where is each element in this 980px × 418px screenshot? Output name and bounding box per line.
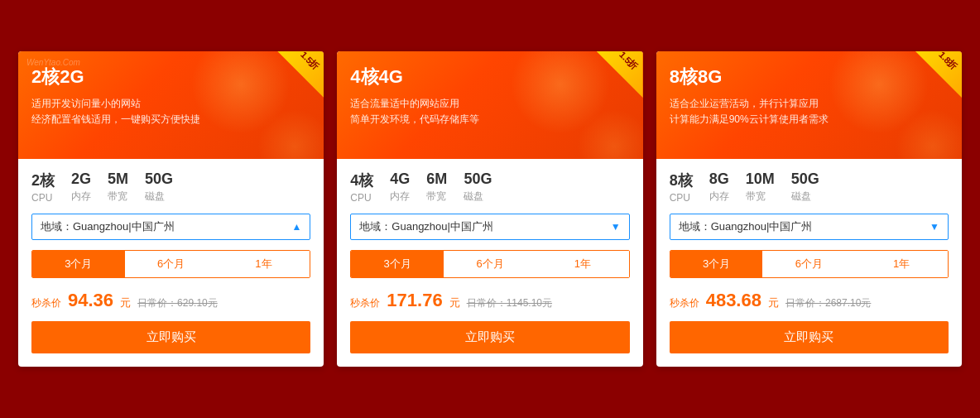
- spec-label: 内存: [709, 190, 729, 204]
- chevron-icon: ▲: [291, 221, 301, 233]
- period-btn-1[interactable]: 6个月: [444, 251, 536, 277]
- spec-item-2: 10M带宽: [746, 171, 775, 204]
- buy-button[interactable]: 立即购买: [670, 321, 949, 353]
- specs-row: 8核CPU8G内存10M带宽50G磁盘: [670, 171, 949, 204]
- spec-item-0: 2核CPU: [31, 171, 55, 204]
- price-original: 日常价：1145.10元: [467, 296, 552, 310]
- price-value: 483.68: [706, 290, 761, 311]
- period-btn-2[interactable]: 1年: [218, 251, 310, 277]
- chevron-icon: ▼: [930, 221, 939, 233]
- price-label: 秒杀价: [350, 296, 380, 310]
- spec-label: 磁盘: [145, 190, 173, 204]
- price-unit: 元: [449, 295, 460, 310]
- spec-value: 4G: [390, 171, 410, 188]
- period-btn-0[interactable]: 3个月: [351, 251, 444, 277]
- spec-value: 50G: [145, 171, 173, 188]
- period-btn-2[interactable]: 1年: [536, 251, 629, 277]
- price-label: 秒杀价: [31, 296, 61, 310]
- spec-item-1: 8G内存: [709, 171, 729, 204]
- price-row: 秒杀价483.68元日常价：2687.10元: [670, 290, 949, 311]
- specs-row: 2核CPU2G内存5M带宽50G磁盘: [31, 171, 310, 204]
- price-value: 171.76: [387, 290, 442, 311]
- card-desc-line2: 计算能力满足90%云计算使用者需求: [670, 112, 949, 127]
- period-btn-1[interactable]: 6个月: [762, 251, 855, 277]
- price-label: 秒杀价: [670, 296, 699, 310]
- period-row: 3个月6个月1年: [350, 250, 629, 278]
- spec-label: 带宽: [426, 190, 447, 204]
- card-title: 4核4G: [350, 65, 629, 89]
- spec-item-1: 4G内存: [390, 171, 410, 204]
- spec-label: 磁盘: [791, 190, 819, 204]
- price-original: 日常价：629.10元: [137, 296, 218, 310]
- buy-button[interactable]: 立即购买: [31, 321, 310, 353]
- spec-label: 带宽: [746, 190, 775, 204]
- card-desc-line1: 适合企业运营活动，并行计算应用: [670, 96, 949, 112]
- card-1: WenYtao.Com1.5折2核2G适用开发访问量小的网站经济配置省钱适用，一…: [18, 51, 324, 367]
- spec-label: 磁盘: [464, 190, 492, 204]
- period-row: 3个月6个月1年: [670, 250, 949, 278]
- chevron-icon: ▼: [611, 221, 621, 233]
- spec-label: 带宽: [108, 190, 128, 204]
- price-row: 秒杀价94.36元日常价：629.10元: [31, 290, 310, 311]
- spec-value: 2G: [71, 171, 91, 188]
- spec-value: 50G: [464, 171, 492, 188]
- region-label: 地域：Guangzhou|中国广州: [41, 219, 175, 234]
- price-original: 日常价：2687.10元: [785, 296, 871, 310]
- card-desc-line2: 经济配置省钱适用，一键购买方便快捷: [31, 112, 310, 127]
- card-desc-line1: 适合流量适中的网站应用: [350, 96, 629, 112]
- spec-value: 6M: [426, 171, 447, 188]
- spec-label: CPU: [31, 192, 55, 204]
- spec-value: 8核: [670, 171, 693, 190]
- period-btn-0[interactable]: 3个月: [670, 251, 763, 277]
- spec-label: 内存: [71, 190, 91, 204]
- spec-label: 内存: [390, 190, 410, 204]
- period-btn-2[interactable]: 1年: [855, 251, 948, 277]
- card-2: 1.5折4核4G适合流量适中的网站应用简单开发环境，代码存储库等4核CPU4G内…: [337, 51, 642, 367]
- cards-container: WenYtao.Com1.5折2核2G适用开发访问量小的网站经济配置省钱适用，一…: [18, 51, 962, 367]
- region-label: 地域：Guangzhou|中国广州: [359, 219, 493, 234]
- spec-label: CPU: [350, 192, 373, 204]
- spec-label: CPU: [670, 192, 693, 204]
- price-unit: 元: [120, 295, 131, 310]
- spec-value: 8G: [709, 171, 729, 188]
- spec-item-3: 50G磁盘: [145, 171, 173, 204]
- card-title: 2核2G: [31, 65, 310, 89]
- card-3: 1.8折8核8G适合企业运营活动，并行计算应用计算能力满足90%云计算使用者需求…: [656, 51, 962, 367]
- spec-value: 10M: [746, 171, 775, 188]
- price-value: 94.36: [68, 290, 113, 311]
- spec-item-1: 2G内存: [71, 171, 91, 204]
- spec-item-0: 4核CPU: [350, 171, 373, 204]
- region-select[interactable]: 地域：Guangzhou|中国广州▼: [670, 214, 949, 240]
- region-label: 地域：Guangzhou|中国广州: [679, 219, 813, 234]
- card-desc-line2: 简单开发环境，代码存储库等: [350, 112, 629, 127]
- card-desc-line1: 适用开发访问量小的网站: [31, 96, 310, 112]
- spec-value: 50G: [791, 171, 819, 188]
- period-btn-0[interactable]: 3个月: [32, 251, 125, 277]
- watermark: WenYtao.Com: [26, 58, 80, 67]
- period-btn-1[interactable]: 6个月: [125, 251, 218, 277]
- spec-item-2: 6M带宽: [426, 171, 447, 204]
- price-row: 秒杀价171.76元日常价：1145.10元: [350, 290, 629, 311]
- spec-item-0: 8核CPU: [670, 171, 693, 204]
- spec-item-3: 50G磁盘: [464, 171, 492, 204]
- spec-value: 4核: [350, 171, 373, 190]
- spec-item-3: 50G磁盘: [791, 171, 819, 204]
- buy-button[interactable]: 立即购买: [350, 321, 629, 353]
- specs-row: 4核CPU4G内存6M带宽50G磁盘: [350, 171, 629, 204]
- region-select[interactable]: 地域：Guangzhou|中国广州▼: [350, 214, 629, 240]
- card-title: 8核8G: [670, 65, 949, 89]
- region-select[interactable]: 地域：Guangzhou|中国广州▲: [31, 214, 310, 240]
- spec-value: 2核: [31, 171, 55, 190]
- spec-item-2: 5M带宽: [108, 171, 128, 204]
- price-unit: 元: [768, 295, 779, 310]
- spec-value: 5M: [108, 171, 128, 188]
- period-row: 3个月6个月1年: [31, 250, 310, 278]
